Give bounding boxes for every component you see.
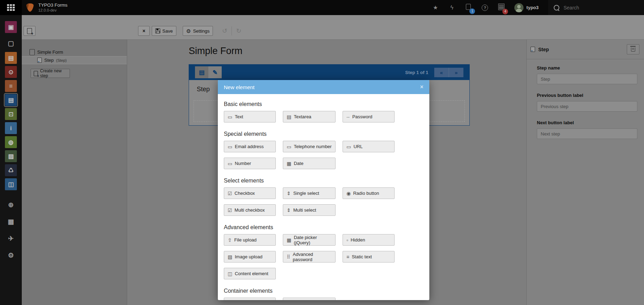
- app-version: 12.0.0-dev: [38, 8, 67, 13]
- sidebar-module-page[interactable]: ▢: [5, 37, 17, 49]
- new-element-image-upload-button[interactable]: ▧Image upload: [224, 251, 276, 263]
- search-input[interactable]: [563, 5, 635, 11]
- new-element-advanced-password-button[interactable]: ⠿Advanced password: [283, 251, 336, 263]
- sidebar-module-seo[interactable]: ◍: [5, 136, 17, 148]
- list-lines-icon: ≡: [9, 83, 13, 89]
- app-title: TYPO3 Forms: [38, 3, 67, 8]
- save-button[interactable]: Save: [152, 26, 176, 36]
- new-element-file-upload-button[interactable]: ⇧File upload: [224, 234, 276, 246]
- opened-documents-icon[interactable]: 1: [465, 4, 472, 11]
- form-structure-tree: Simple Form Step (Step) Create new step: [22, 40, 127, 305]
- new-element-checkbox-button[interactable]: ☑Checkbox: [224, 187, 276, 199]
- eye-icon: ⊙: [8, 69, 13, 75]
- previous-step-button[interactable]: «: [434, 68, 449, 77]
- image-upload-icon: ▧: [228, 254, 232, 259]
- bookmark-star-icon[interactable]: ★: [432, 4, 439, 11]
- new-element-static-text-button[interactable]: ≡Static text: [343, 251, 395, 263]
- element-label: Advanced password: [293, 252, 332, 262]
- element-label: Telephone number: [294, 144, 332, 149]
- new-element-multi-select-button[interactable]: ⇕Multi select: [283, 204, 336, 216]
- new-element-date-button[interactable]: ▦Date: [283, 158, 336, 169]
- field-label: Step name: [537, 65, 637, 71]
- section-heading: Special elements: [224, 131, 423, 137]
- clear-cache-bolt-icon[interactable]: ϟ: [448, 5, 455, 11]
- system-log-icon[interactable]: 4: [498, 4, 505, 12]
- stage-step-title: Step: [197, 86, 210, 93]
- abstract-view-button[interactable]: ▤: [195, 66, 208, 78]
- tree-item-form-root[interactable]: Simple Form: [22, 48, 127, 56]
- next-step-button[interactable]: »: [449, 68, 463, 77]
- sidebar-module-reports[interactable]: ▨: [5, 150, 17, 162]
- section-heading: Container elements: [224, 288, 423, 294]
- new-element-password-button[interactable]: ∙∙∙Password: [343, 111, 395, 122]
- user-menu-button[interactable]: typo3: [514, 3, 539, 12]
- new-element-telephone-number-button[interactable]: ▭Telephone number: [283, 141, 336, 152]
- docheader: × Save ⚙ Settings ↺ ↻: [22, 15, 644, 40]
- sidebar-module-workspaces[interactable]: ⊡: [5, 108, 17, 120]
- sidebar-module-view[interactable]: ⊙: [5, 66, 17, 78]
- chevron-left-icon: «: [440, 69, 443, 75]
- sidebar-module-info[interactable]: i: [5, 122, 17, 134]
- trash-icon: [631, 47, 635, 52]
- create-new-step-label: Create new step: [40, 68, 67, 78]
- chevron-right-icon: »: [455, 69, 457, 75]
- sidebar-module-recycler[interactable]: ♺: [5, 164, 17, 176]
- modal-section-advanced-elements: Advanced elements⇧File upload▦Date picke…: [224, 224, 423, 279]
- avatar: [514, 3, 523, 12]
- step-name-input[interactable]: [537, 74, 637, 84]
- sidebar-module-upgrade[interactable]: ✈: [5, 232, 17, 244]
- redo-icon[interactable]: ↻: [232, 27, 246, 35]
- section-heading: Advanced elements: [224, 224, 423, 231]
- new-element-textarea-button[interactable]: ▤Textarea: [283, 111, 336, 122]
- page-icon: [531, 47, 535, 52]
- inspector-field-next-button-label: Next button label: [537, 120, 637, 139]
- new-element-fieldset-button[interactable]: ▤Fieldset: [224, 298, 276, 300]
- app-identity: TYPO3 Forms 12.0.0-dev: [25, 0, 67, 15]
- element-label: Image upload: [235, 254, 262, 259]
- sidebar-module-filelist[interactable]: ▦: [5, 216, 17, 227]
- tree-item-step[interactable]: Step (Step): [22, 56, 127, 64]
- inspector-fields: Step namePrevious button labelNext butto…: [527, 65, 644, 139]
- new-element-content-element-button[interactable]: ◫Content element: [224, 268, 276, 279]
- sidebar-module-forms[interactable]: ▤: [5, 94, 17, 106]
- sidebar-module-list[interactable]: ▤: [5, 52, 17, 64]
- element-label: Hidden: [351, 237, 365, 243]
- new-element-url-button[interactable]: ▭URL: [343, 141, 395, 152]
- sidebar-module-site[interactable]: ⊕: [5, 199, 17, 211]
- new-element-text-button[interactable]: ▭Text: [224, 111, 276, 122]
- new-element-email-address-button[interactable]: ▭Email address: [224, 141, 276, 152]
- module-menu-toggle-button[interactable]: [0, 0, 22, 15]
- new-element-multi-checkbox-button[interactable]: ☑Multi checkbox: [224, 204, 276, 216]
- next-button-label-input[interactable]: [537, 128, 637, 139]
- gear-icon: ⚙: [8, 252, 14, 259]
- create-new-step-button[interactable]: Create new step: [31, 69, 70, 78]
- checkbox-icon: ☑: [228, 191, 232, 196]
- previous-button-label-input[interactable]: [537, 101, 637, 112]
- new-element-grid-row-button[interactable]: ▥Grid: Row: [283, 298, 336, 300]
- new-element-date-picker-jquery-button[interactable]: ▦Date picker (jQuery): [283, 234, 336, 246]
- new-element-single-select-button[interactable]: ⇕Single select: [283, 187, 336, 199]
- new-element-number-button[interactable]: ▭Number: [224, 158, 276, 169]
- undo-icon[interactable]: ↺: [218, 27, 232, 35]
- edit-view-button[interactable]: ✎: [208, 66, 222, 78]
- settings-button[interactable]: ⚙ Settings: [183, 26, 213, 36]
- new-element-radio-button-button[interactable]: ◉Radio button: [343, 187, 395, 199]
- modal-close-icon[interactable]: ×: [420, 84, 423, 90]
- element-label: Password: [352, 114, 372, 119]
- overlap-squares-icon: ⊡: [8, 111, 13, 117]
- sidebar-module-records[interactable]: ≡: [5, 80, 17, 92]
- new-element-hidden-button[interactable]: ▫Hidden: [343, 234, 395, 246]
- text-field-icon: ▭: [228, 114, 232, 119]
- help-icon[interactable]: ?: [481, 4, 488, 11]
- new-form-page-button[interactable]: [24, 26, 35, 36]
- step-counter: Step 1 of 1: [405, 70, 428, 75]
- element-label: Date: [294, 161, 303, 166]
- history-controls: ↺ ↻: [218, 26, 246, 36]
- sidebar-module-template[interactable]: ▣: [5, 21, 17, 33]
- close-icon: ×: [142, 28, 145, 34]
- delete-step-button[interactable]: [627, 44, 639, 54]
- close-form-editor-button[interactable]: ×: [138, 26, 150, 36]
- element-label: Text: [235, 114, 243, 119]
- sidebar-module-layout[interactable]: ◫: [5, 178, 17, 190]
- sidebar-module-settings[interactable]: ⚙: [5, 249, 17, 261]
